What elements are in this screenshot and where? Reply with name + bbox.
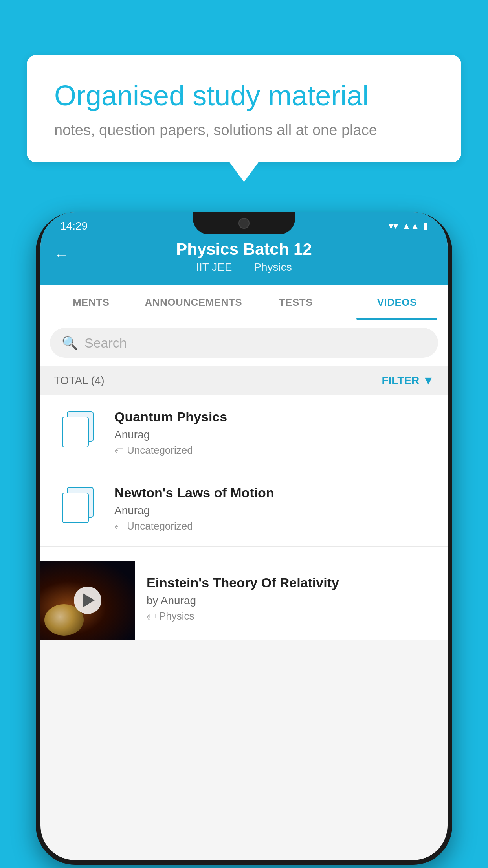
filter-funnel-icon: ▼ — [422, 374, 434, 387]
tag-icon: 🏷 — [147, 611, 156, 622]
bubble-title: Organised study material — [54, 79, 434, 112]
phone-notch — [193, 212, 295, 234]
tab-tests[interactable]: TESTS — [245, 285, 346, 320]
video-info-newton: Newton's Laws of Motion Anurag 🏷 Uncateg… — [114, 485, 436, 532]
video-info-einstein: Einstein's Theory Of Relativity by Anura… — [135, 561, 436, 636]
tab-videos[interactable]: VIDEOS — [347, 285, 448, 320]
nav-tabs: MENTS ANNOUNCEMENTS TESTS VIDEOS — [40, 285, 448, 320]
header-subtitle-iitjee: IIT JEE — [196, 261, 232, 273]
bubble-subtitle: notes, question papers, solutions all at… — [54, 122, 434, 139]
wifi-icon: ▾▾ — [389, 221, 398, 232]
list-item[interactable]: Quantum Physics Anurag 🏷 Uncategorized — [40, 395, 448, 471]
tag-icon: 🏷 — [114, 445, 124, 456]
header-title: Physics Batch 12 — [40, 240, 448, 259]
phone-mockup: 14:29 ▾▾ ▲▲ ▮ ← Physics Batch 12 IIT JEE — [36, 212, 452, 865]
video-list: Quantum Physics Anurag 🏷 Uncategorized — [40, 395, 448, 640]
search-icon: 🔍 — [62, 335, 78, 351]
einstein-thumbnail — [40, 561, 135, 640]
search-bar[interactable]: 🔍 Search — [50, 328, 438, 358]
search-container: 🔍 Search — [40, 320, 448, 366]
phone-camera — [238, 218, 250, 229]
file-icon-front — [62, 417, 89, 447]
signal-icon: ▲▲ — [402, 221, 419, 231]
video-title: Einstein's Theory Of Relativity — [147, 575, 424, 590]
file-icon-front — [62, 493, 89, 523]
video-tag: 🏷 Physics — [147, 610, 424, 622]
video-author: by Anurag — [147, 594, 424, 607]
phone-screen: 14:29 ▾▾ ▲▲ ▮ ← Physics Batch 12 IIT JEE — [40, 212, 448, 860]
header-subtitle: IIT JEE Physics — [40, 261, 448, 274]
tag-label: Uncategorized — [127, 520, 193, 532]
tab-announcements[interactable]: ANNOUNCEMENTS — [141, 285, 245, 320]
total-count: TOTAL (4) — [54, 374, 105, 387]
play-button-icon[interactable] — [74, 587, 101, 614]
list-item[interactable]: Newton's Laws of Motion Anurag 🏷 Uncateg… — [40, 471, 448, 547]
tag-label: Uncategorized — [127, 444, 193, 456]
status-time: 14:29 — [60, 220, 88, 232]
video-tag: 🏷 Uncategorized — [114, 520, 436, 532]
back-button[interactable]: ← — [54, 246, 70, 264]
tab-ments[interactable]: MENTS — [40, 285, 141, 320]
video-title: Quantum Physics — [114, 409, 436, 425]
speech-bubble-container: Organised study material notes, question… — [27, 55, 461, 162]
list-item[interactable]: Einstein's Theory Of Relativity by Anura… — [40, 547, 448, 640]
video-author: Anurag — [114, 504, 436, 517]
filter-label: FILTER — [382, 374, 419, 387]
file-icon-newton — [52, 485, 103, 524]
filter-bar: TOTAL (4) FILTER ▼ — [40, 366, 448, 395]
speech-bubble: Organised study material notes, question… — [27, 55, 461, 162]
play-triangle — [83, 593, 95, 607]
filter-button[interactable]: FILTER ▼ — [382, 374, 434, 387]
video-tag: 🏷 Uncategorized — [114, 444, 436, 456]
video-info-quantum: Quantum Physics Anurag 🏷 Uncategorized — [114, 409, 436, 456]
tag-icon: 🏷 — [114, 521, 124, 532]
status-icons: ▾▾ ▲▲ ▮ — [389, 221, 428, 232]
file-icon-quantum — [52, 409, 103, 449]
search-placeholder: Search — [84, 335, 127, 351]
phone-outer: 14:29 ▾▾ ▲▲ ▮ ← Physics Batch 12 IIT JEE — [36, 212, 452, 865]
tag-label: Physics — [159, 610, 194, 622]
video-author: Anurag — [114, 428, 436, 441]
battery-icon: ▮ — [423, 221, 428, 231]
video-title: Newton's Laws of Motion — [114, 485, 436, 500]
header-subtitle-physics: Physics — [254, 261, 292, 273]
